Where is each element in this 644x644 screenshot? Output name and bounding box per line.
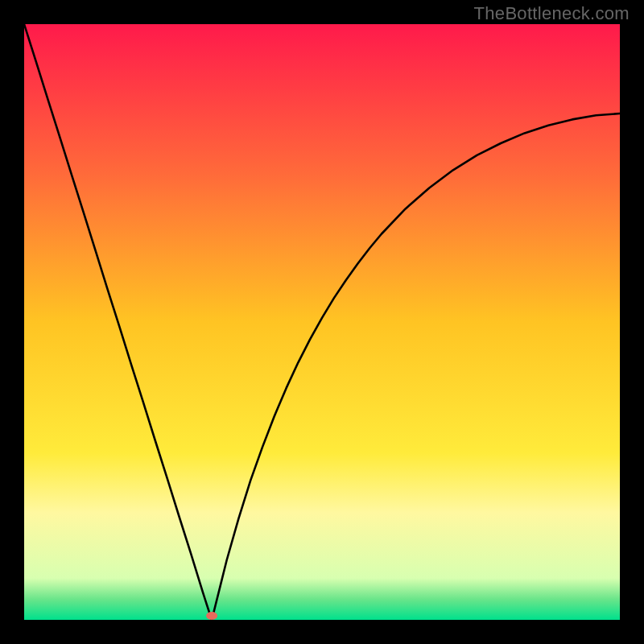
watermark-text: TheBottleneck.com	[474, 3, 630, 24]
chart-frame: TheBottleneck.com	[0, 0, 644, 644]
chart-background	[24, 24, 620, 620]
bottleneck-chart	[24, 24, 620, 620]
optimum-marker	[206, 612, 217, 620]
